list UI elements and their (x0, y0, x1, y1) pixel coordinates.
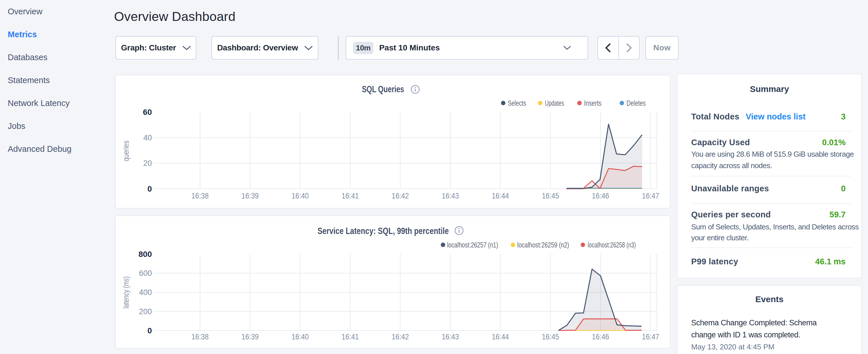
svg-text:16:38: 16:38 (191, 192, 209, 200)
svg-text:16:40: 16:40 (291, 332, 309, 341)
svg-text:16:46: 16:46 (592, 192, 609, 200)
svg-text:60: 60 (143, 108, 152, 117)
svg-text:16:44: 16:44 (492, 332, 509, 341)
svg-text:queries: queries (122, 141, 130, 161)
svg-text:16:47: 16:47 (642, 192, 659, 200)
svg-text:latency (ms): latency (ms) (122, 277, 130, 309)
svg-text:16:42: 16:42 (392, 332, 409, 341)
svg-text:Service Latency: SQL, 99th per: Service Latency: SQL, 99th percentile (317, 226, 449, 236)
svg-text:localhost:26258 (n3): localhost:26258 (n3) (588, 240, 636, 249)
svg-text:200: 200 (139, 307, 152, 316)
svg-text:16:40: 16:40 (291, 192, 309, 200)
svg-text:16:47: 16:47 (642, 332, 659, 341)
svg-text:16:39: 16:39 (242, 332, 259, 341)
svg-text:20: 20 (143, 159, 152, 167)
svg-text:16:42: 16:42 (392, 192, 409, 200)
svg-text:Selects: Selects (508, 99, 526, 107)
svg-text:localhost:26257 (n1): localhost:26257 (n1) (447, 240, 498, 249)
svg-text:SQL Queries: SQL Queries (362, 84, 404, 94)
svg-text:localhost:26259 (n2): localhost:26259 (n2) (517, 240, 569, 249)
svg-text:400: 400 (139, 288, 152, 297)
svg-text:16:41: 16:41 (342, 332, 359, 341)
svg-text:600: 600 (139, 269, 152, 278)
svg-text:16:44: 16:44 (492, 192, 509, 200)
svg-text:16:43: 16:43 (442, 332, 459, 341)
svg-text:16:46: 16:46 (592, 332, 609, 341)
svg-text:40: 40 (143, 133, 152, 142)
svg-text:0: 0 (147, 185, 152, 193)
svg-text:16:45: 16:45 (542, 192, 559, 200)
svg-text:Updates: Updates (545, 99, 564, 107)
svg-text:Deletes: Deletes (626, 99, 646, 107)
svg-text:16:38: 16:38 (191, 332, 209, 341)
svg-text:16:41: 16:41 (342, 192, 359, 200)
svg-text:800: 800 (138, 250, 152, 259)
svg-text:16:43: 16:43 (442, 192, 459, 200)
svg-text:Inserts: Inserts (584, 99, 601, 107)
svg-text:0: 0 (147, 326, 152, 335)
svg-text:16:45: 16:45 (542, 332, 559, 341)
svg-text:16:39: 16:39 (242, 192, 259, 200)
